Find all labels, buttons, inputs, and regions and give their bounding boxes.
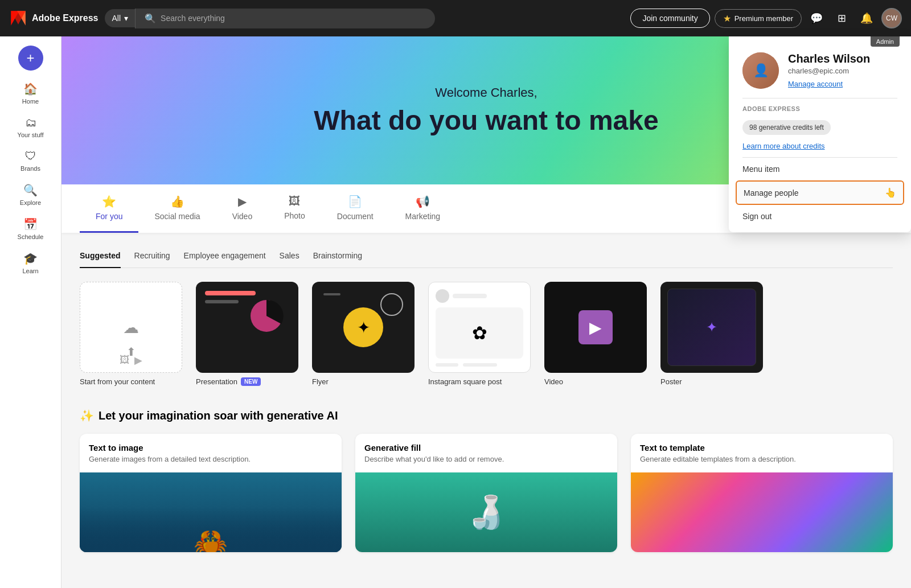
photo-icon: 🖼 [289,195,300,208]
chevron-down-icon: ▾ [124,14,128,23]
ai-card-generative-fill[interactable]: Generative fill Describe what you'd like… [355,434,617,552]
filter-tab-sales[interactable]: Sales [280,251,299,268]
hero-welcome: Welcome Charles, [314,85,658,100]
learn-credits-link[interactable]: Learn more about credits [729,139,911,157]
manage-people-item[interactable]: Manage people 👆 [736,180,904,205]
media-icons: 🖼▶ [120,354,142,367]
apps-button[interactable]: ⊞ [831,8,852,28]
filter-tab-suggested[interactable]: Suggested [80,251,121,268]
cloud-icon: ☁ [123,318,139,337]
template-name-start-content: Start from your content [80,377,182,386]
premium-star-icon: ★ [723,13,731,24]
comments-button[interactable]: 💬 [806,8,827,28]
template-card-video[interactable]: ▶ Video [544,282,647,386]
template-card-instagram[interactable]: ✿ Instagram square post [428,282,531,386]
ai-card-text-to-template-content: Text to template Generate editable templ… [631,434,893,472]
hero-headline: What do you want to make [314,105,658,136]
ai-card-text-to-image[interactable]: Text to image Generate images from a det… [80,434,342,552]
brands-icon: 🛡 [25,150,36,163]
sidebar-item-explore[interactable]: 🔍 Explore [5,179,56,211]
logo-text: Adobe Express [32,13,98,23]
adobe-logo-icon [9,9,27,27]
main-content-area: Suggested Recruiting Employee engagement… [61,233,911,570]
filter-tabs: Suggested Recruiting Employee engagement… [80,251,893,268]
join-community-button[interactable]: Join community [630,9,709,28]
template-thumb-flyer: ✦ [312,282,415,373]
tab-for-you[interactable]: ⭐ For you [80,184,138,233]
ai-card-image-template [631,472,893,552]
premium-member-button[interactable]: ★ Premium member [715,9,802,28]
document-icon: 📄 [348,195,362,208]
search-input[interactable] [161,14,426,23]
template-thumb-instagram: ✿ [428,282,531,373]
profile-email: charles@epic.com [788,67,897,75]
tab-photo[interactable]: 🖼 Photo [268,184,321,233]
header: Adobe Express All ▾ 🔍 Join community ★ P… [0,0,911,36]
profile-dropdown: Admin 👤 Charles Wilson charles@epic.com … [729,36,911,232]
credits-badge: 98 generative credits left [729,116,911,139]
your-stuff-icon: 🗂 [25,116,36,129]
template-name-flyer: Flyer [312,377,415,386]
search-dropdown[interactable]: All ▾ [105,9,135,27]
ai-cards-row: Text to image Generate images from a det… [80,434,893,552]
hero-text: Welcome Charles, What do you want to mak… [314,85,658,136]
header-actions: Join community ★ Premium member 💬 ⊞ 🔔 CW [630,8,902,28]
schedule-icon: 📅 [23,217,38,231]
template-grid: ☁ ⬆ 🖼▶ Start from your content [80,282,893,386]
template-thumb-presentation [196,282,298,373]
search-input-wrap: 🔍 [135,9,435,28]
notifications-button[interactable]: 🔔 [856,8,877,28]
search-icon: 🔍 [145,13,156,24]
template-thumb-video: ▶ [544,282,647,373]
cursor-icon: 👆 [885,187,896,198]
sidebar-item-your-stuff[interactable]: 🗂 Your stuff [5,112,56,143]
filter-tab-brainstorming[interactable]: Brainstorming [313,251,362,268]
search-container: All ▾ 🔍 [105,9,435,28]
template-name-presentation: Presentation NEW [196,377,298,386]
tab-social-media[interactable]: 👍 Social media [138,184,216,233]
ai-card-gen-fill-content: Generative fill Describe what you'd like… [355,434,617,472]
profile-name: Charles Wilson [788,52,897,65]
ai-card-text-content: Text to image Generate images from a det… [80,434,342,472]
profile-info: Charles Wilson charles@epic.com Manage a… [788,52,897,89]
sidebar-item-home[interactable]: 🏠 Home [5,77,56,109]
template-card-start-content[interactable]: ☁ ⬆ 🖼▶ Start from your content [80,282,182,386]
sidebar-item-schedule[interactable]: 📅 Schedule [5,213,56,245]
manage-account-link[interactable]: Manage account [788,80,843,88]
video-icon: ▶ [238,195,247,208]
tab-marketing[interactable]: 📢 Marketing [389,184,456,233]
new-badge: NEW [241,377,261,386]
avatar-button[interactable]: CW [881,8,902,28]
explore-icon: 🔍 [23,183,38,197]
template-name-video: Video [544,377,647,386]
home-icon: 🏠 [23,82,38,96]
sign-out-item[interactable]: Sign out [729,205,911,232]
star-icon: ⭐ [102,195,116,208]
sidebar: + 🏠 Home 🗂 Your stuff 🛡 Brands 🔍 Explore… [0,36,61,588]
template-card-presentation[interactable]: Presentation NEW [196,282,298,386]
adobe-express-label: ADOBE EXPRESS [729,98,911,116]
ai-card-image-ocean: 🦀 [80,472,342,552]
tab-video[interactable]: ▶ Video [216,184,269,233]
filter-tab-employee[interactable]: Employee engagement [184,251,266,268]
template-thumb-poster: ✦ [660,282,763,373]
create-new-button[interactable]: + [18,46,43,71]
ai-icon: ✨ [80,409,94,422]
tab-document[interactable]: 📄 Document [321,184,389,233]
ai-card-image-bottle: 🍶 [355,472,617,552]
ai-section: ✨ Let your imagination soar with generat… [80,409,893,552]
thumbs-up-icon: 👍 [170,195,184,208]
template-name-poster: Poster [660,377,763,386]
template-thumb-start-content: ☁ ⬆ 🖼▶ [80,282,182,373]
template-card-flyer[interactable]: ✦ Flyer [312,282,415,386]
ai-section-title: ✨ Let your imagination soar with generat… [80,409,893,422]
menu-item[interactable]: Menu item [729,158,911,180]
sidebar-item-learn[interactable]: 🎓 Learn [5,247,56,279]
template-card-poster[interactable]: ✦ Poster [660,282,763,386]
filter-tab-recruiting[interactable]: Recruiting [134,251,170,268]
learn-icon: 🎓 [23,252,38,265]
marketing-icon: 📢 [416,195,430,208]
instagram-flower-icon: ✿ [436,307,523,359]
sidebar-item-brands[interactable]: 🛡 Brands [5,145,56,176]
ai-card-text-to-template[interactable]: Text to template Generate editable templ… [631,434,893,552]
